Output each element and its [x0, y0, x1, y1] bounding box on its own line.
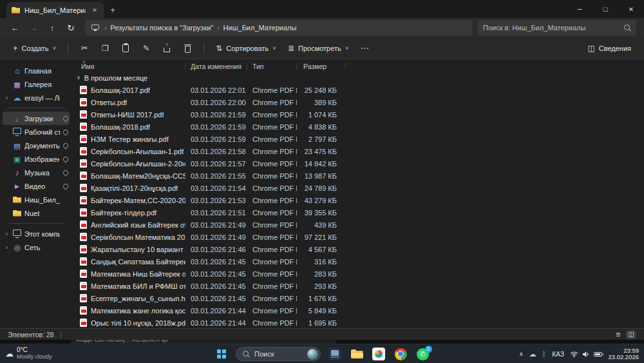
file-row[interactable]: Ответы-НИШ 2017.pdf 03.01.2026 21:59 Chr…	[72, 108, 644, 121]
chevron-down-icon	[345, 45, 349, 51]
sidebar-item[interactable]: Документы	[3, 139, 70, 152]
chevron-right-icon[interactable]	[4, 94, 10, 101]
file-row[interactable]: Байтерек-Матем,СС-2020-2021жыл.pdf 03.01…	[72, 194, 644, 206]
refresh-button[interactable]	[62, 20, 79, 35]
sidebar-item[interactable]: Nuet	[3, 206, 70, 220]
whatsapp-button[interactable]: 2	[415, 346, 430, 362]
sidebar-item[interactable]: Музыка	[3, 166, 70, 179]
sidebar-item[interactable]: Сеть	[3, 240, 70, 254]
file-row[interactable]: Математика жане логика қосымша 12 ... 03…	[72, 304, 644, 317]
file-date-modified: 03.01.2026 21:57	[185, 160, 247, 168]
language-switcher[interactable]: КАЗ	[552, 351, 564, 358]
list-view-button[interactable]	[613, 330, 623, 339]
clock[interactable]: 23:59 23.02.2026	[608, 348, 639, 361]
toolbar-action-button[interactable]	[116, 40, 135, 57]
column-header-date[interactable]: Дата изменения	[185, 61, 247, 72]
file-name: Есептер_жинағы_6_сынып.html.pdf	[91, 295, 185, 302]
sidebar-item[interactable]: Ниш_Бил_Матери	[3, 193, 70, 206]
sort-button[interactable]: Сортировать	[211, 40, 281, 57]
sort-indicator-icon	[82, 59, 86, 64]
file-row[interactable]: Сандық Сипаттама Байтерек ответы 20... 0…	[72, 255, 644, 268]
file-type: Chrome PDF Docu...	[247, 295, 297, 302]
file-type: Chrome PDF Docu...	[247, 319, 297, 327]
chevron-right-icon[interactable]	[4, 230, 10, 237]
tray-expand-button[interactable]	[519, 351, 524, 357]
file-date-modified: 03.01.2026 21:49	[185, 233, 247, 241]
file-row[interactable]: Орыс тілі 10 нұсқа, 2018ж.pdf 03.01.2026…	[72, 317, 644, 328]
view-button[interactable]: Просмотреть	[283, 40, 354, 57]
desktop-screen: Ниш_Бил_Материалы	[0, 0, 644, 363]
file-row[interactable]: Математика БИЛ и РФМШ ответы Байт... 03.…	[72, 280, 644, 292]
sidebar-item[interactable]: Рабочий стол	[3, 125, 70, 139]
toolbar-action-button[interactable]	[137, 40, 156, 57]
tab-close-button[interactable]	[90, 5, 100, 15]
file-row[interactable]: Серікболсын-Ағылшан-1.pdf 03.01.2026 21:…	[72, 145, 644, 157]
pdf-file-icon	[80, 208, 87, 217]
file-row[interactable]: НЗМ Тестер жинағы.pdf 03.01.2026 21:59 C…	[72, 133, 644, 145]
onedrive-icon	[12, 93, 22, 103]
column-header-size[interactable]: Размер	[297, 61, 346, 72]
file-row[interactable]: Байтерек-тілдер.pdf 03.01.2026 21:51 Chr…	[72, 206, 644, 219]
column-header-type[interactable]: Тип	[247, 61, 297, 72]
laptop-app-button[interactable]	[327, 346, 343, 362]
photos-app-button[interactable]	[371, 346, 386, 362]
new-tab-button[interactable]	[104, 2, 121, 18]
close-button[interactable]	[618, 0, 644, 18]
file-row[interactable]: Есептер_жинағы_6_сынып.html.pdf 03.01.20…	[72, 292, 644, 304]
details-view-button[interactable]	[626, 330, 636, 339]
column-header-name[interactable]: Имя	[72, 61, 185, 72]
file-size: 316 КБ	[297, 258, 346, 266]
chrome-button[interactable]	[393, 346, 408, 362]
chevron-right-icon[interactable]	[4, 244, 10, 251]
file-row[interactable]: Болашақ-2018.pdf 03.01.2026 21:59 Chrome…	[72, 121, 644, 133]
file-row[interactable]: Математика Ниш Байтерек ответы 202... 03…	[72, 268, 644, 280]
toolbar-action-button[interactable]	[157, 40, 176, 57]
file-date-modified: 03.01.2026 21:46	[185, 246, 247, 253]
file-row[interactable]: Жаратылыстану 10 вариант НИШ.pdf 03.01.2…	[72, 243, 644, 255]
breadcrumb-item[interactable]: Результаты поиска в "Загрузки"	[110, 24, 213, 32]
bluetooth-icon[interactable]	[542, 350, 547, 358]
search-box[interactable]	[478, 20, 636, 35]
explorer-tab[interactable]: Ниш_Бил_Материалы	[6, 2, 104, 18]
chevron-down-icon[interactable]	[77, 75, 80, 81]
file-row[interactable]: Серікболсын Математика 2020.pdf 03.01.20…	[72, 231, 644, 243]
search-input[interactable]	[483, 24, 620, 32]
taskbar-search[interactable]: Поиск	[236, 347, 321, 361]
file-row[interactable]: Болашақ-Матем20нұсқа-CCSнұсқа.pdf 03.01.…	[72, 170, 644, 182]
start-button[interactable]	[214, 346, 229, 362]
toolbar-action-button[interactable]	[178, 40, 197, 57]
weather-widget[interactable]: 0°C Mostly cloudy	[5, 346, 52, 360]
forward-button[interactable]	[25, 20, 42, 35]
sidebar-item[interactable]: Галерея	[3, 77, 70, 91]
file-row[interactable]: Болашақ-2017.pdf 03.01.2026 22:01 Chrome…	[72, 84, 644, 96]
toolbar-action-button[interactable]	[75, 40, 94, 57]
file-row[interactable]: Серікболсын-Ағылшан-2-20нұсқа.pdf 03.01.…	[72, 157, 644, 170]
sidebar-item[interactable]: Загрузки	[3, 112, 70, 125]
breadcrumb-item[interactable]: Ниш_Бил_Материалы	[223, 24, 297, 32]
sidebar-item[interactable]: Изображения	[3, 152, 70, 166]
file-row[interactable]: Қазақтілі-2017-20нұсқа.pdf 03.01.2026 21…	[72, 182, 644, 194]
file-row[interactable]: Ответы.pdf 03.01.2026 22:00 Chrome PDF D…	[72, 96, 644, 108]
more-options-button[interactable]	[355, 40, 375, 57]
sidebar-item[interactable]: erasyl — Личное	[3, 91, 70, 104]
sidebar-item[interactable]: Этот компьютер	[3, 227, 70, 240]
minimize-button[interactable]	[567, 0, 592, 18]
file-row[interactable]: Английский язык Байтерек ответы.pdf 03.0…	[72, 219, 644, 231]
window-body: Главная Галерея	[0, 59, 644, 328]
quick-settings-button[interactable]	[570, 351, 602, 358]
new-button[interactable]: Создать	[8, 40, 61, 57]
address-bar[interactable]: Результаты поиска в "Загрузки" Ниш_Бил_М…	[85, 20, 472, 35]
toolbar-action-button[interactable]	[95, 40, 115, 57]
onedrive-icon[interactable]	[529, 350, 536, 358]
file-explorer-button[interactable]	[349, 346, 365, 362]
details-pane-button[interactable]: Сведения	[582, 40, 636, 57]
group-header[interactable]: В прошлом месяце	[72, 72, 644, 84]
search-icon[interactable]	[624, 25, 631, 32]
sidebar-item[interactable]: Видео	[3, 179, 70, 193]
sidebar-item[interactable]: Главная	[3, 64, 70, 77]
up-button[interactable]	[44, 20, 61, 35]
back-button[interactable]	[6, 20, 23, 35]
maximize-button[interactable]	[592, 0, 618, 18]
file-type: Chrome PDF Docu...	[247, 86, 297, 94]
file-date-modified: 03.01.2026 21:45	[185, 282, 247, 290]
